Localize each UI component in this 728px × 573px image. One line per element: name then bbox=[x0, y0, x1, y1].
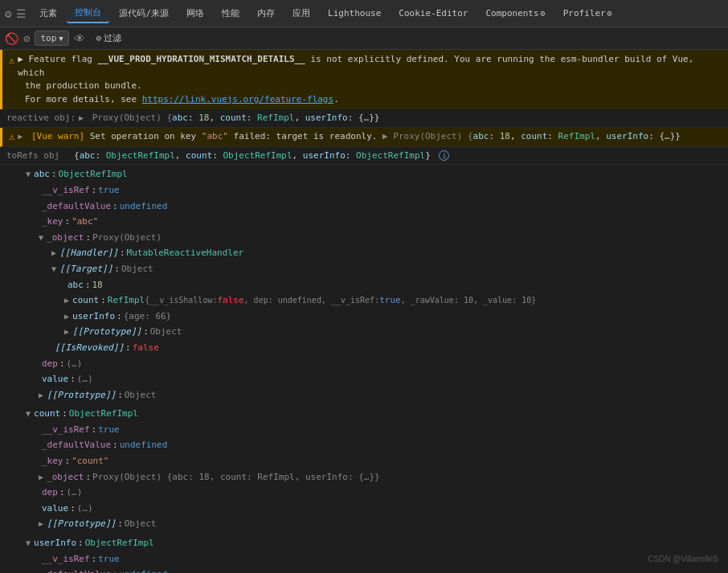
abc-userinfo-triangle[interactable] bbox=[64, 310, 69, 323]
secondary-toolbar: 🚫 ⊘ top ▼ 👁 ⊘ 过滤 bbox=[0, 27, 728, 50]
abc-prototype-row: [[Prototype]]: Object bbox=[0, 387, 728, 403]
count-value-row: value: (…) bbox=[0, 501, 728, 517]
abc-count-row: count: RefImpl {__v_isShallow: false, de… bbox=[0, 293, 728, 309]
count-object-row: _object: Proxy(Object) {abc: 18, count: … bbox=[0, 469, 728, 485]
devtools-icon: ⚙ bbox=[5, 7, 11, 20]
abc-defaultvalue-row: _defaultValue: undefined bbox=[0, 199, 728, 215]
main-toolbar: ⚙ ☰ 元素 控制台 源代码/来源 网络 性能 内存 应用 Lighthouse… bbox=[0, 0, 728, 27]
abc-row: abc: ObjectRefImpl bbox=[0, 166, 728, 182]
count-row: count: ObjectRefImpl bbox=[0, 406, 728, 422]
tab-console[interactable]: 控制台 bbox=[67, 3, 109, 23]
feature-flags-link[interactable]: https://link.vuejs.org/feature-flags bbox=[142, 94, 333, 104]
abc-dep-row: dep: (…) bbox=[0, 356, 728, 372]
reactive-obj-triangle[interactable] bbox=[79, 113, 84, 122]
tab-sources[interactable]: 源代码/来源 bbox=[111, 4, 177, 23]
inspect-icon[interactable]: ☰ bbox=[16, 7, 27, 20]
vue-feature-flag-warning: ⚠ ▶ Feature flag __VUE_PROD_HYDRATION_MI… bbox=[0, 50, 728, 109]
warning-icon-1: ⚠ bbox=[9, 53, 14, 68]
torefs-obj-line: toRefs obj {abc: ObjectRefImpl, count: O… bbox=[0, 147, 728, 166]
count-dep-row: dep: (…) bbox=[0, 485, 728, 501]
count-defaultvalue-row: _defaultValue: undefined bbox=[0, 437, 728, 453]
watermark: CSDN @VillanelleS bbox=[648, 555, 718, 563]
userinfo-triangle[interactable] bbox=[26, 537, 31, 550]
tab-components[interactable]: Components ⚙ bbox=[477, 5, 553, 22]
tab-cookie-editor[interactable]: Cookie-Editor bbox=[391, 5, 476, 22]
dropdown-arrow-icon: ▼ bbox=[59, 35, 63, 43]
warning-icon-2: ⚠ bbox=[9, 129, 14, 145]
abc-target-prototype-row: [[Prototype]]: Object bbox=[0, 324, 728, 340]
tab-lighthouse[interactable]: Lighthouse bbox=[320, 5, 389, 22]
reactive-obj-line: reactive obj: Proxy(Object) {abc: 18, co… bbox=[0, 109, 728, 128]
userinfo-tree-section: userInfo: ObjectRefImpl __v_isRef: true … bbox=[0, 534, 728, 573]
count-proto-triangle[interactable] bbox=[39, 518, 43, 530]
abc-value-row: value: (…) bbox=[0, 371, 728, 387]
userinfo-defaultvalue-row: _defaultValue: undefined bbox=[0, 567, 728, 573]
abc-userinfo-row: userInfo: {age: 66} bbox=[0, 309, 728, 325]
abc-v-isref-row: __v_isRef: true bbox=[0, 182, 728, 199]
tab-memory[interactable]: 内存 bbox=[249, 4, 283, 23]
components-gear-icon: ⚙ bbox=[541, 9, 546, 18]
abc-object-row: _object: Proxy(Object) bbox=[0, 230, 728, 246]
torefs-obj-prefix: toRefs obj bbox=[6, 149, 71, 163]
tab-profiler[interactable]: Profiler ⚙ bbox=[555, 5, 620, 22]
count-triangle[interactable] bbox=[26, 407, 31, 420]
profiler-gear-icon: ⚙ bbox=[607, 9, 612, 18]
toggle-icon[interactable]: ⊘ bbox=[23, 32, 30, 45]
abc-target-triangle[interactable] bbox=[51, 263, 56, 276]
abc-target-row: [[Target]]: Object bbox=[0, 261, 728, 277]
abc-tree-section: abc: ObjectRefImpl __v_isRef: true _defa… bbox=[0, 165, 728, 404]
abc-triangle[interactable] bbox=[26, 168, 31, 181]
count-v-isref-row: __v_isRef: true bbox=[0, 422, 728, 438]
count-prototype-row: [[Prototype]]: Object bbox=[0, 516, 728, 532]
count-key-row: _key: "count" bbox=[0, 453, 728, 469]
userinfo-row: userInfo: ObjectRefImpl bbox=[0, 535, 728, 551]
abc-handler-triangle[interactable] bbox=[51, 247, 56, 260]
warning-line2: the production bundle. bbox=[9, 80, 722, 93]
abc-isrevoked-row: [[IsRevoked]]: false bbox=[0, 340, 728, 356]
filter-icon: ⊘ bbox=[96, 33, 102, 43]
tab-network[interactable]: 网络 bbox=[178, 4, 212, 23]
abc-count-triangle[interactable] bbox=[64, 294, 69, 307]
tab-elements[interactable]: 元素 bbox=[31, 4, 65, 23]
filter-button[interactable]: ⊘ 过滤 bbox=[90, 31, 129, 46]
clear-icon[interactable]: 🚫 bbox=[5, 32, 18, 45]
abc-object-triangle[interactable] bbox=[39, 231, 43, 244]
top-dropdown[interactable]: top ▼ bbox=[35, 31, 68, 46]
abc-key-row: _key: "abc" bbox=[0, 214, 728, 230]
count-tree-section: count: ObjectRefImpl __v_isRef: true _de… bbox=[0, 404, 728, 534]
abc-abc-row: abc: 18 bbox=[0, 277, 728, 293]
abc-target-proto-triangle[interactable] bbox=[64, 325, 69, 338]
userinfo-v-isref-row: __v_isRef: true bbox=[0, 551, 728, 567]
tab-performance[interactable]: 性能 bbox=[214, 4, 247, 23]
abc-proto-triangle[interactable] bbox=[39, 389, 43, 402]
info-icon[interactable]: i bbox=[439, 150, 449, 161]
abc-handler-row: [[Handler]]: MutableReactiveHandler bbox=[0, 245, 728, 261]
vue-warn-line: ⚠ [Vue warn] Set operation on key "abc" … bbox=[0, 128, 728, 147]
tab-application[interactable]: 应用 bbox=[284, 4, 318, 23]
console-area: ⚠ ▶ Feature flag __VUE_PROD_HYDRATION_MI… bbox=[0, 50, 728, 573]
vue-warn-triangle[interactable] bbox=[18, 132, 22, 141]
reactive-obj-prefix: reactive obj: bbox=[6, 111, 76, 125]
eye-icon[interactable]: 👁 bbox=[74, 32, 85, 45]
warning-line3: For more details, see https://link.vuejs… bbox=[9, 93, 722, 107]
count-object-triangle[interactable] bbox=[39, 471, 43, 484]
